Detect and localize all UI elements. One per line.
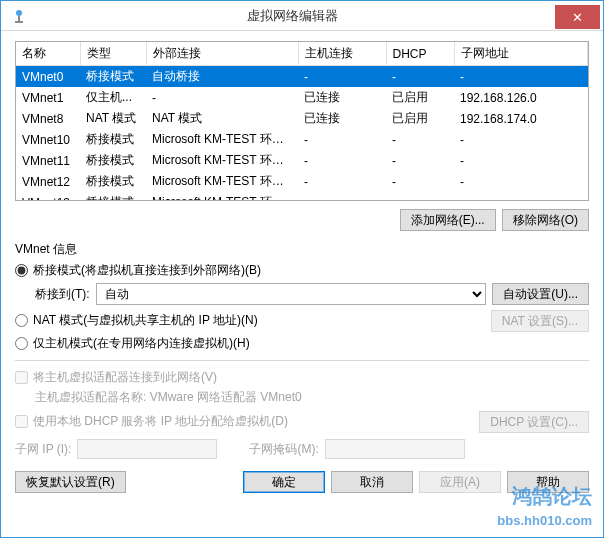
remove-network-button[interactable]: 移除网络(O) bbox=[502, 209, 589, 231]
table-cell: VMnet0 bbox=[16, 66, 80, 88]
host-connect-checkbox-row: 将主机虚拟适配器连接到此网络(V) bbox=[15, 369, 589, 386]
add-network-button[interactable]: 添加网络(E)... bbox=[400, 209, 496, 231]
table-cell: - bbox=[298, 150, 386, 171]
table-cell: VMnet1 bbox=[16, 87, 80, 108]
auto-settings-button[interactable]: 自动设置(U)... bbox=[492, 283, 589, 305]
table-cell: VMnet13 bbox=[16, 192, 80, 201]
table-cell: VMnet12 bbox=[16, 171, 80, 192]
svg-rect-2 bbox=[15, 21, 23, 23]
host-adapter-name: 主机虚拟适配器名称: VMware 网络适配器 VMnet0 bbox=[35, 389, 589, 406]
table-cell: - bbox=[146, 87, 298, 108]
watermark-url: bbs.hh010.com bbox=[497, 513, 592, 528]
column-header[interactable]: 名称 bbox=[16, 42, 80, 66]
table-row[interactable]: VMnet10桥接模式Microsoft KM-TEST 环回适...--- bbox=[16, 129, 588, 150]
table-cell: - bbox=[454, 171, 588, 192]
table-cell: - bbox=[298, 192, 386, 201]
table-cell: 已启用 bbox=[386, 87, 454, 108]
nat-radio-input[interactable] bbox=[15, 314, 28, 327]
table-cell: 192.168.126.0 bbox=[454, 87, 588, 108]
nat-mode-radio[interactable]: NAT 模式(与虚拟机共享主机的 IP 地址)(N) bbox=[15, 312, 491, 329]
table-cell: - bbox=[298, 66, 386, 88]
table-cell: 桥接模式 bbox=[80, 150, 146, 171]
table-cell: NAT 模式 bbox=[80, 108, 146, 129]
vmnet-info-label: VMnet 信息 bbox=[15, 241, 589, 258]
window-title: 虚拟网络编辑器 bbox=[29, 7, 555, 25]
table-cell: - bbox=[454, 150, 588, 171]
table-cell: - bbox=[298, 171, 386, 192]
dhcp-settings-button: DHCP 设置(C)... bbox=[479, 411, 589, 433]
restore-defaults-button[interactable]: 恢复默认设置(R) bbox=[15, 471, 126, 493]
table-cell: VMnet10 bbox=[16, 129, 80, 150]
dhcp-checkbox bbox=[15, 415, 28, 428]
host-connect-label: 将主机虚拟适配器连接到此网络(V) bbox=[33, 369, 217, 386]
table-cell: - bbox=[298, 129, 386, 150]
host-connect-checkbox bbox=[15, 371, 28, 384]
column-header[interactable]: 子网地址 bbox=[454, 42, 588, 66]
bridge-mode-radio[interactable]: 桥接模式(将虚拟机直接连接到外部网络)(B) bbox=[15, 262, 589, 279]
table-row[interactable]: VMnet0桥接模式自动桥接--- bbox=[16, 66, 588, 88]
table-cell: - bbox=[386, 150, 454, 171]
table-cell: NAT 模式 bbox=[146, 108, 298, 129]
host-only-radio[interactable]: 仅主机模式(在专用网络内连接虚拟机)(H) bbox=[15, 335, 589, 352]
table-row[interactable]: VMnet12桥接模式Microsoft KM-TEST 环回适...--- bbox=[16, 171, 588, 192]
subnet-mask-label: 子网掩码(M): bbox=[249, 441, 318, 458]
table-cell: - bbox=[454, 129, 588, 150]
network-table[interactable]: 名称类型外部连接主机连接DHCP子网地址 VMnet0桥接模式自动桥接---VM… bbox=[15, 41, 589, 201]
table-row[interactable]: VMnet13桥接模式Microsoft KM-TEST 环回适...--- bbox=[16, 192, 588, 201]
table-cell: - bbox=[454, 66, 588, 88]
ok-button[interactable]: 确定 bbox=[243, 471, 325, 493]
table-row[interactable]: VMnet11桥接模式Microsoft KM-TEST 环回适...--- bbox=[16, 150, 588, 171]
column-header[interactable]: 外部连接 bbox=[146, 42, 298, 66]
column-header[interactable]: DHCP bbox=[386, 42, 454, 66]
table-row[interactable]: VMnet8NAT 模式NAT 模式已连接已启用192.168.174.0 bbox=[16, 108, 588, 129]
table-cell: 已启用 bbox=[386, 108, 454, 129]
table-cell: - bbox=[454, 192, 588, 201]
app-icon bbox=[9, 6, 29, 26]
nat-mode-label: NAT 模式(与虚拟机共享主机的 IP 地址)(N) bbox=[33, 312, 258, 329]
table-cell: Microsoft KM-TEST 环回适... bbox=[146, 171, 298, 192]
table-cell: VMnet8 bbox=[16, 108, 80, 129]
svg-point-0 bbox=[16, 10, 22, 16]
table-cell: Microsoft KM-TEST 环回适... bbox=[146, 129, 298, 150]
apply-button: 应用(A) bbox=[419, 471, 501, 493]
table-cell: 桥接模式 bbox=[80, 129, 146, 150]
titlebar: 虚拟网络编辑器 ✕ bbox=[1, 1, 603, 31]
table-cell: 仅主机... bbox=[80, 87, 146, 108]
nat-settings-button: NAT 设置(S)... bbox=[491, 310, 589, 332]
table-cell: - bbox=[386, 66, 454, 88]
table-row[interactable]: VMnet1仅主机...-已连接已启用192.168.126.0 bbox=[16, 87, 588, 108]
close-button[interactable]: ✕ bbox=[555, 5, 600, 29]
host-radio-input[interactable] bbox=[15, 337, 28, 350]
svg-rect-1 bbox=[18, 16, 20, 21]
table-cell: - bbox=[386, 192, 454, 201]
host-only-label: 仅主机模式(在专用网络内连接虚拟机)(H) bbox=[33, 335, 250, 352]
table-cell: 已连接 bbox=[298, 87, 386, 108]
table-cell: 192.168.174.0 bbox=[454, 108, 588, 129]
dhcp-use-label: 使用本地 DHCP 服务将 IP 地址分配给虚拟机(D) bbox=[33, 413, 288, 430]
dhcp-checkbox-row: 使用本地 DHCP 服务将 IP 地址分配给虚拟机(D) bbox=[15, 413, 479, 430]
table-cell: - bbox=[386, 129, 454, 150]
table-cell: 桥接模式 bbox=[80, 192, 146, 201]
bridge-to-label: 桥接到(T): bbox=[35, 286, 90, 303]
table-cell: 自动桥接 bbox=[146, 66, 298, 88]
cancel-button[interactable]: 取消 bbox=[331, 471, 413, 493]
help-button[interactable]: 帮助 bbox=[507, 471, 589, 493]
bridge-target-select[interactable]: 自动 bbox=[96, 283, 487, 305]
table-cell: 桥接模式 bbox=[80, 66, 146, 88]
table-cell: Microsoft KM-TEST 环回适... bbox=[146, 192, 298, 201]
column-header[interactable]: 类型 bbox=[80, 42, 146, 66]
table-cell: 桥接模式 bbox=[80, 171, 146, 192]
subnet-mask-input bbox=[325, 439, 465, 459]
bridge-radio-input[interactable] bbox=[15, 264, 28, 277]
column-header[interactable]: 主机连接 bbox=[298, 42, 386, 66]
subnet-ip-label: 子网 IP (I): bbox=[15, 441, 71, 458]
table-cell: - bbox=[386, 171, 454, 192]
table-cell: Microsoft KM-TEST 环回适... bbox=[146, 150, 298, 171]
bridge-mode-label: 桥接模式(将虚拟机直接连接到外部网络)(B) bbox=[33, 262, 261, 279]
table-cell: VMnet11 bbox=[16, 150, 80, 171]
table-cell: 已连接 bbox=[298, 108, 386, 129]
subnet-ip-input bbox=[77, 439, 217, 459]
